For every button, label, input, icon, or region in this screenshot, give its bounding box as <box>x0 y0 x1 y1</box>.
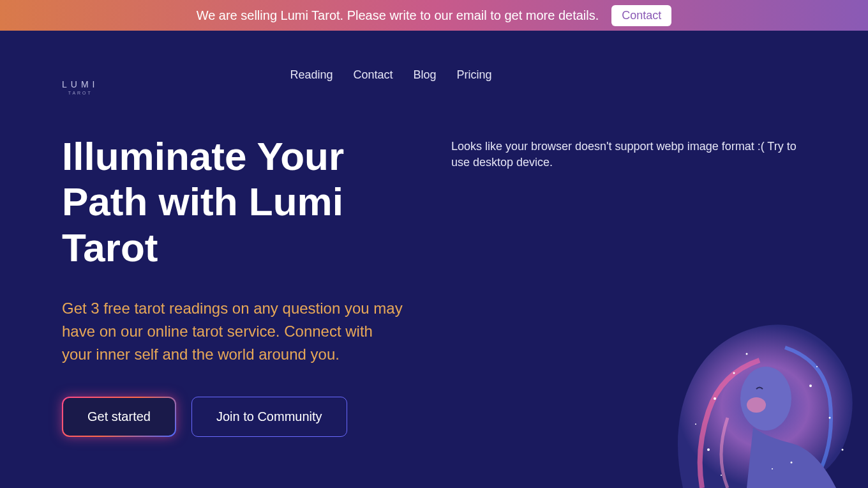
svg-point-10 <box>842 449 844 451</box>
svg-point-12 <box>746 353 748 355</box>
announcement-contact-button[interactable]: Contact <box>611 5 671 26</box>
svg-point-5 <box>829 417 831 419</box>
browser-error-message: Looks like your browser doesn't support … <box>451 139 806 171</box>
announcement-bar: We are selling Lumi Tarot. Please write … <box>0 0 868 31</box>
join-community-button[interactable]: Join to Community <box>191 397 347 437</box>
svg-point-1 <box>747 397 766 413</box>
hero-title: Illuminate Your Path with Lumi Tarot <box>62 133 407 270</box>
header: LUMI TAROT Reading Contact Blog Pricing <box>62 55 806 95</box>
svg-point-6 <box>707 448 710 451</box>
svg-point-7 <box>791 462 793 464</box>
logo-subtext: TAROT <box>68 91 93 95</box>
get-started-button[interactable]: Get started <box>63 398 175 436</box>
nav-pricing[interactable]: Pricing <box>457 68 492 82</box>
moon-icon <box>66 55 94 83</box>
nav-reading[interactable]: Reading <box>290 68 333 82</box>
svg-point-8 <box>816 366 818 367</box>
svg-point-0 <box>740 367 791 431</box>
nav-blog[interactable]: Blog <box>414 68 437 82</box>
announcement-text: We are selling Lumi Tarot. Please write … <box>197 8 599 23</box>
hero-left: Illuminate Your Path with Lumi Tarot Get… <box>62 133 407 437</box>
svg-point-3 <box>733 372 735 374</box>
get-started-button-wrapper: Get started <box>62 397 176 437</box>
svg-point-4 <box>809 385 812 387</box>
svg-point-13 <box>721 475 722 476</box>
svg-point-11 <box>772 468 773 469</box>
hero-buttons: Get started Join to Community <box>62 397 407 437</box>
svg-point-2 <box>714 397 716 400</box>
svg-point-9 <box>695 423 696 425</box>
cosmic-woman-illustration <box>651 271 868 488</box>
nav-contact[interactable]: Contact <box>354 68 393 82</box>
hero-subtitle: Get 3 free tarot readings on any questio… <box>62 297 407 366</box>
logo[interactable]: LUMI TAROT <box>62 55 98 95</box>
main-nav: Reading Contact Blog Pricing <box>290 68 491 82</box>
